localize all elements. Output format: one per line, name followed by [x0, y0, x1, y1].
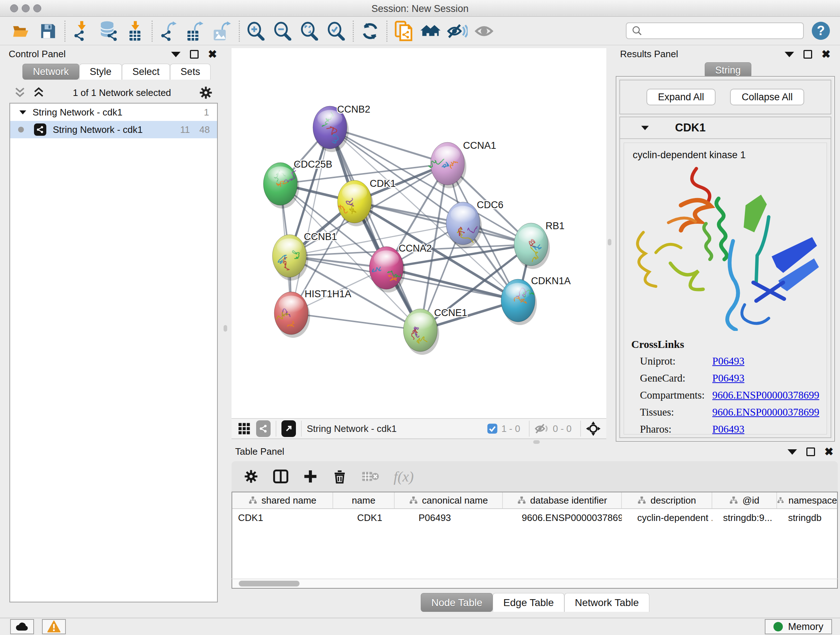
column-header-name[interactable]: name — [333, 492, 395, 508]
column-header-shared-name[interactable]: shared name — [232, 492, 333, 508]
node-label-cdc25b[interactable]: CDC25B — [294, 159, 332, 170]
network-row[interactable]: String Network - cdk1 11 48 — [10, 121, 217, 138]
export-network-button[interactable] — [156, 19, 182, 43]
bottom-splitter-handle[interactable] — [533, 440, 540, 444]
scrollbar-thumb[interactable] — [239, 581, 300, 586]
node-label-cdc6[interactable]: CDC6 — [477, 200, 504, 211]
clone-network-button[interactable] — [390, 19, 417, 43]
table-panel-title: Table Panel — [235, 446, 284, 457]
memory-button[interactable]: Memory — [765, 619, 832, 634]
collapse-all-icon[interactable] — [14, 87, 26, 98]
collection-expand-icon[interactable] — [19, 111, 27, 114]
import-network-file-button[interactable] — [68, 19, 95, 43]
expand-all-button[interactable]: Expand All — [646, 89, 716, 105]
column-header-namespace[interactable]: namespace — [777, 492, 837, 508]
protein-collapse-icon[interactable] — [641, 126, 649, 130]
show-all-button[interactable] — [471, 19, 497, 43]
help-button[interactable]: ? — [812, 22, 830, 40]
zoom-in-button[interactable] — [243, 19, 270, 43]
crosslink-uniprot-link[interactable]: P06493 — [712, 355, 745, 367]
column-header-id[interactable]: @id — [712, 492, 777, 508]
results-panel-close-button[interactable]: ✖ — [821, 50, 831, 59]
tab-network-table[interactable]: Network Table — [564, 593, 649, 612]
tab-node-table[interactable]: Node Table — [421, 593, 493, 612]
cell-shared-name[interactable]: CDK1 — [232, 509, 333, 526]
tab-style[interactable]: Style — [79, 64, 122, 80]
hidden-eye-icon[interactable] — [535, 423, 549, 434]
apply-layout-button[interactable] — [357, 19, 384, 43]
crosslink-compartments-link[interactable]: 9606.ENSP00000378699 — [712, 389, 819, 401]
node-label-ccnb1[interactable]: CCNB1 — [304, 231, 337, 242]
node-label-ccna1[interactable]: CCNA1 — [463, 140, 496, 151]
add-column-plus-icon[interactable] — [303, 469, 317, 484]
tab-select[interactable]: Select — [122, 64, 170, 80]
collection-count: 1 — [204, 107, 209, 118]
cloud-status-button[interactable] — [10, 619, 34, 634]
node-label-hist1h1a[interactable]: HIST1H1A — [305, 288, 351, 299]
protein-section-header[interactable]: CDK1 — [620, 117, 831, 139]
search-input[interactable] — [645, 24, 803, 38]
network-overview-button[interactable] — [417, 19, 444, 43]
table-horizontal-scrollbar[interactable] — [232, 578, 838, 589]
cell-namespace[interactable]: stringdb — [777, 509, 837, 526]
import-network-database-button[interactable] — [95, 19, 122, 43]
selected-counts: 1 - 0 — [501, 423, 520, 434]
network-share-pill-icon[interactable] — [256, 420, 271, 437]
hide-selected-button[interactable] — [444, 19, 471, 43]
import-table-button[interactable] — [122, 19, 149, 43]
cell-canonical-name[interactable]: P06493 — [395, 509, 503, 526]
node-label-cdk1[interactable]: CDK1 — [370, 178, 396, 189]
cell-database-identifier[interactable]: 9606.ENSP00000378699 — [503, 509, 622, 526]
table-panel-menu-button[interactable] — [788, 449, 797, 455]
open-in-window-icon[interactable] — [281, 420, 296, 437]
node-label-ccne1[interactable]: CCNE1 — [434, 307, 467, 318]
node-label-ccna2[interactable]: CCNA2 — [399, 243, 432, 254]
tab-network[interactable]: Network — [22, 64, 79, 80]
crosslink-genecard-link[interactable]: P06493 — [712, 372, 745, 384]
left-splitter-handle[interactable] — [224, 325, 227, 332]
selected-checkbox-icon[interactable] — [487, 423, 498, 434]
export-table-button[interactable] — [182, 19, 209, 43]
open-session-button[interactable] — [8, 19, 35, 43]
zoom-selected-button[interactable] — [323, 19, 350, 43]
network-canvas[interactable]: CCNB2CCNA1CDC25BCDK1CDC6RB1CCNB1CCNA2CDK… — [232, 48, 606, 418]
birds-eye-grid-icon[interactable] — [238, 423, 250, 435]
column-header-database-identifier[interactable]: database identifier — [503, 492, 622, 508]
node-label-rb1[interactable]: RB1 — [546, 220, 565, 231]
network-graph[interactable]: CCNB2CCNA1CDC25BCDK1CDC6RB1CCNB1CCNA2CDK… — [232, 48, 606, 418]
expand-all-icon[interactable] — [33, 87, 45, 98]
save-session-button[interactable] — [35, 19, 62, 43]
crosslink-tissues-link[interactable]: 9606.ENSP00000378699 — [712, 406, 819, 418]
crosslink-pharos-link[interactable]: P06493 — [712, 423, 745, 434]
delete-column-trash-icon[interactable] — [332, 469, 347, 484]
table-panel-float-button[interactable] — [806, 448, 815, 456]
control-panel-menu-button[interactable] — [171, 52, 180, 57]
node-label-cdkn1a[interactable]: CDKN1A — [531, 276, 571, 287]
warnings-button[interactable] — [42, 619, 66, 634]
warning-icon — [47, 621, 61, 633]
show-columns-icon[interactable] — [273, 469, 289, 485]
zoom-out-button[interactable] — [270, 19, 296, 43]
collapse-all-button[interactable]: Collapse All — [730, 89, 804, 105]
table-options-gear-icon[interactable] — [244, 469, 258, 484]
network-options-gear-icon[interactable] — [199, 86, 213, 100]
control-panel-close-button[interactable]: ✖ — [208, 50, 217, 59]
zoom-fit-button[interactable] — [296, 19, 323, 43]
right-splitter-handle[interactable] — [608, 239, 611, 245]
cell-id[interactable]: stringdb:9... — [712, 509, 777, 526]
column-header-canonical-name[interactable]: canonical name — [395, 492, 503, 508]
control-panel-float-button[interactable] — [190, 50, 199, 59]
fit-content-crosshair-icon[interactable] — [586, 421, 600, 436]
node-label-ccnb2[interactable]: CCNB2 — [337, 104, 370, 115]
network-collection-row[interactable]: String Network - cdk1 1 — [10, 103, 217, 121]
cell-description[interactable]: cyclin-dependent ... — [622, 509, 712, 526]
table-panel-close-button[interactable]: ✖ — [824, 448, 834, 456]
results-panel-float-button[interactable] — [804, 50, 812, 59]
results-panel-menu-button[interactable] — [785, 52, 794, 57]
tab-edge-table[interactable]: Edge Table — [493, 593, 564, 612]
cell-name[interactable]: CDK1 — [333, 509, 395, 526]
column-header-description[interactable]: description — [622, 492, 712, 508]
export-image-button[interactable] — [209, 19, 236, 43]
table-row[interactable]: CDK1 CDK1 P06493 9606.ENSP00000378699 cy… — [232, 509, 837, 526]
tab-sets[interactable]: Sets — [170, 64, 210, 80]
